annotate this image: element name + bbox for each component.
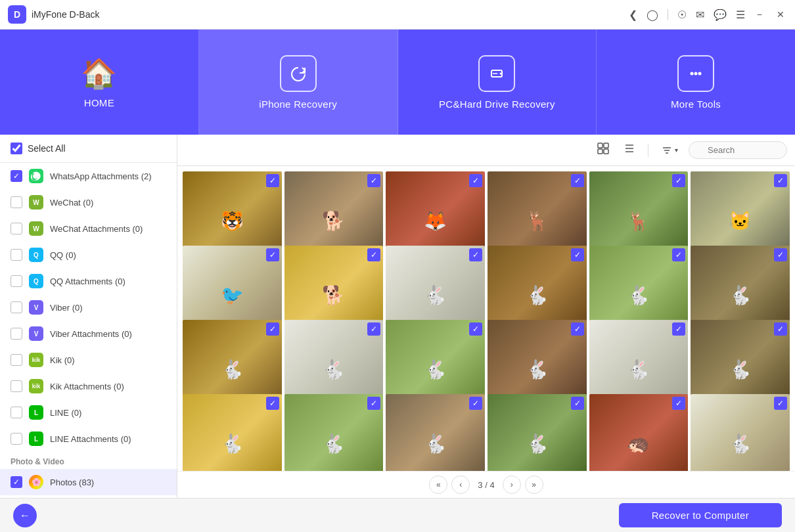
pc-hard-drive-icon (478, 55, 515, 92)
photo-check-icon[interactable]: ✓ (469, 397, 482, 410)
user-icon[interactable]: ◯ (647, 9, 658, 21)
photo-check-icon[interactable]: ✓ (266, 397, 279, 410)
filter-chevron-icon: ▾ (675, 146, 678, 154)
photos-checkbox (11, 476, 22, 488)
close-button[interactable]: ✕ (774, 8, 787, 21)
nav-more-tools[interactable]: More Tools (597, 30, 795, 135)
nav-home-label: HOME (84, 97, 114, 108)
back-button[interactable]: ← (13, 504, 37, 527)
pagination-prev[interactable]: ‹ (451, 476, 470, 494)
photo-check-icon[interactable]: ✓ (367, 174, 380, 187)
wechat-attachments-checkbox (11, 223, 22, 234)
wechat-label: WeChat (0) (50, 198, 93, 208)
viber-icon: V (29, 300, 43, 315)
sidebar: Select All WhatsApp Attachments (2) W We… (0, 135, 177, 498)
minimize-button[interactable]: − (754, 8, 765, 21)
sidebar-item-kik[interactable]: kik Kik (0) (0, 347, 177, 373)
menu-icon[interactable]: ☰ (736, 9, 745, 21)
settings-icon[interactable]: ☉ (677, 9, 687, 21)
nav-iphone-recovery[interactable]: iPhone Recovery (199, 30, 398, 135)
photo-check-icon[interactable]: ✓ (266, 248, 279, 261)
icon-separator (668, 9, 668, 20)
sidebar-item-wechat[interactable]: W WeChat (0) (0, 189, 177, 215)
photos-icon: 🌸 (29, 475, 43, 489)
pagination-first[interactable]: « (429, 476, 447, 494)
photo-check-icon[interactable]: ✓ (571, 322, 584, 336)
chat-icon[interactable]: 💬 (714, 9, 727, 21)
kik-checkbox (11, 354, 22, 366)
photo-check-icon[interactable]: ✓ (469, 174, 482, 187)
qq-label: QQ (0) (50, 250, 76, 260)
photo-check-icon[interactable]: ✓ (469, 322, 482, 336)
nav-pc-hard-drive[interactable]: PC&Hard Drive Recovery (398, 30, 597, 135)
photo-check-icon[interactable]: ✓ (774, 248, 787, 261)
kik-attachments-checkbox (11, 380, 22, 392)
photo-check-icon[interactable]: ✓ (266, 322, 279, 336)
grid-view-button[interactable] (593, 139, 614, 161)
photo-cell[interactable]: 🐇✓ (386, 394, 485, 471)
photo-cell[interactable]: 🐇✓ (183, 394, 282, 471)
photo-check-icon[interactable]: ✓ (469, 248, 482, 261)
viber-attachments-icon: V (29, 326, 43, 341)
sidebar-item-qq[interactable]: Q QQ (0) (0, 242, 177, 268)
sidebar-item-line[interactable]: L LINE (0) (0, 399, 177, 426)
viber-label: Viber (0) (50, 303, 83, 313)
line-attachments-icon: L (29, 432, 43, 446)
svg-point-5 (698, 72, 702, 75)
photo-check-icon[interactable]: ✓ (672, 248, 685, 261)
photo-check-icon[interactable]: ✓ (774, 397, 787, 410)
share-icon[interactable]: ❮ (629, 9, 637, 21)
mail-icon[interactable]: ✉ (696, 9, 704, 21)
sidebar-item-photos[interactable]: 🌸 Photos (83) (0, 469, 177, 495)
back-icon: ← (20, 510, 30, 521)
photo-check-icon[interactable]: ✓ (367, 322, 380, 336)
photo-check-icon[interactable]: ✓ (672, 397, 685, 410)
photo-video-section-label: Photo & Video (0, 452, 177, 469)
sidebar-item-viber-attachments[interactable]: V Viber Attachments (0) (0, 321, 177, 347)
whatsapp-attachments-label: WhatsApp Attachments (2) (50, 171, 152, 181)
sidebar-item-line-attachments[interactable]: L LINE Attachments (0) (0, 426, 177, 452)
qq-attachments-icon: Q (29, 274, 43, 288)
bottombar: ← Recover to Computer (0, 498, 795, 532)
pagination-next[interactable]: › (503, 476, 521, 494)
sidebar-item-kik-attachments[interactable]: kik Kik Attachments (0) (0, 373, 177, 399)
sidebar-item-qq-attachments[interactable]: Q QQ Attachments (0) (0, 268, 177, 294)
wechat-attachments-icon: W (29, 221, 43, 236)
kik-attachments-label: Kik Attachments (0) (50, 382, 124, 391)
select-all-checkbox[interactable] (11, 143, 22, 154)
line-label: LINE (0) (50, 408, 81, 418)
photo-cell[interactable]: 🐇✓ (284, 394, 384, 471)
svg-point-3 (691, 72, 694, 75)
file-view-button[interactable] (619, 139, 640, 161)
photo-cell[interactable]: 🦔✓ (589, 394, 689, 471)
sidebar-item-viber[interactable]: V Viber (0) (0, 294, 177, 321)
photo-check-icon[interactable]: ✓ (672, 174, 685, 187)
svg-rect-9 (604, 149, 608, 154)
search-input[interactable] (689, 141, 787, 159)
app-name: iMyFone D-Back (32, 9, 629, 20)
photo-check-icon[interactable]: ✓ (774, 174, 787, 187)
wechat-icon: W (29, 195, 43, 210)
sidebar-more-indicator[interactable]: » (0, 495, 177, 498)
nav-iphone-label: iPhone Recovery (259, 99, 337, 110)
recover-button[interactable]: Recover to Computer (619, 503, 782, 527)
pagination-last[interactable]: » (525, 476, 543, 494)
sidebar-item-whatsapp-attachments[interactable]: WhatsApp Attachments (2) (0, 163, 177, 189)
photo-check-icon[interactable]: ✓ (672, 322, 685, 336)
photo-check-icon[interactable]: ✓ (367, 248, 380, 261)
photo-check-icon[interactable]: ✓ (571, 397, 584, 410)
photo-check-icon[interactable]: ✓ (571, 174, 584, 187)
photo-check-icon[interactable]: ✓ (571, 248, 584, 261)
navbar: 🏠 HOME iPhone Recovery PC&Hard Drive Rec… (0, 30, 795, 135)
svg-rect-7 (604, 143, 608, 148)
nav-more-tools-label: More Tools (671, 99, 721, 110)
sidebar-item-wechat-attachments[interactable]: W WeChat Attachments (0) (0, 215, 177, 242)
photo-check-icon[interactable]: ✓ (367, 397, 380, 410)
nav-home[interactable]: 🏠 HOME (0, 30, 199, 135)
photo-cell[interactable]: 🐇✓ (691, 394, 790, 471)
filter-button[interactable]: ▾ (656, 143, 683, 158)
photo-grid: 🐯✓🐕✓🦊✓🦌✓🦌✓🐱✓🐦✓🐕✓🐇✓🐇✓🐇✓🐇✓🐇✓🐇✓🐇✓🐇✓🐇✓🐇✓🐇✓🐇✓… (177, 166, 795, 471)
photo-check-icon[interactable]: ✓ (774, 322, 787, 336)
photo-check-icon[interactable]: ✓ (266, 174, 279, 187)
photo-cell[interactable]: 🐇✓ (488, 394, 587, 471)
